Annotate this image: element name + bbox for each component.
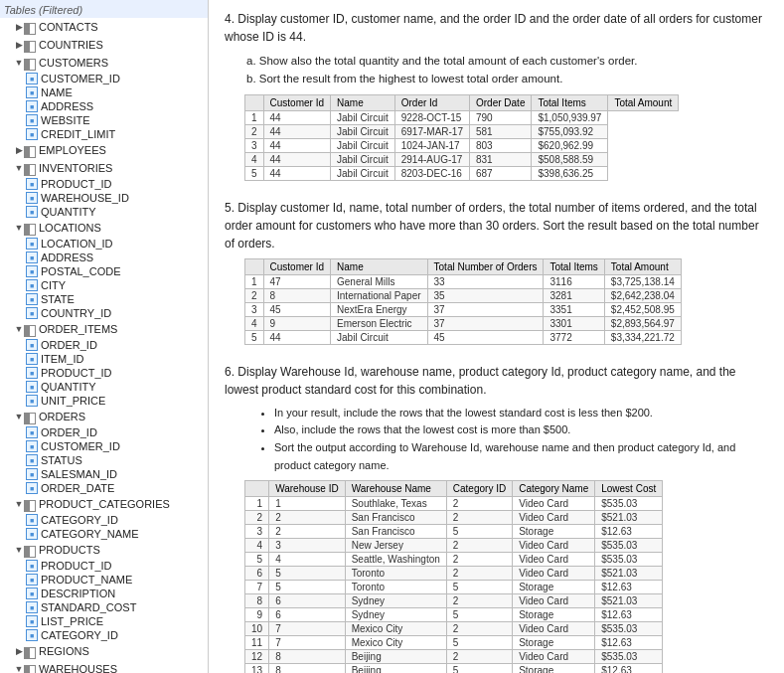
sidebar-label-product_name: PRODUCT_NAME [41,574,132,586]
sidebar-item-warehouses[interactable]: ▼ WAREHOUSES [0,660,208,673]
sidebar-item-locations[interactable]: ▼ LOCATIONS [0,219,208,237]
row-number: 4 [245,539,269,553]
sidebar-field-credit_limit[interactable]: ■ CREDIT_LIMIT [0,127,208,141]
q5-text: Display customer Id, name, total number … [225,201,759,251]
q4-col-rownum [245,94,264,110]
sidebar-label-location_id: LOCATION_ID [41,238,113,250]
row-number: 2 [245,124,264,138]
sidebar-field-product_name[interactable]: ■ PRODUCT_NAME [0,573,208,587]
sidebar-field-quantity[interactable]: ■ QUANTITY [0,205,208,219]
sidebar-label-inventories: INVENTORIES [39,162,112,174]
sidebar-field-product_id_inv[interactable]: ■ PRODUCT_ID [0,177,208,191]
field-icon: ■ [26,367,38,379]
expand-icon: ▼ [14,664,24,673]
row-number: 1 [245,110,264,124]
sidebar-item-countries[interactable]: ▶ COUNTRIES [0,36,208,54]
sidebar-label-category_id_p: CATEGORY_ID [41,629,118,641]
expand-icon: ▶ [14,22,24,32]
sidebar-item-regions[interactable]: ▶ REGIONS [0,642,208,660]
sidebar-field-category_name[interactable]: ■ CATEGORY_NAME [0,527,208,541]
sidebar-item-products[interactable]: ▼ PRODUCTS [0,541,208,559]
sidebar-field-state[interactable]: ■ STATE [0,292,208,306]
sidebar-label-category_name: CATEGORY_NAME [41,528,139,540]
sidebar-label-customer_id_o: CUSTOMER_ID [41,440,120,452]
sidebar-item-contacts[interactable]: ▶ CONTACTS [0,18,208,36]
field-icon: ■ [26,426,38,438]
row-number: 3 [245,525,269,539]
sidebar-field-location_id[interactable]: ■ LOCATION_ID [0,237,208,251]
sidebar-field-customer_id_o[interactable]: ■ CUSTOMER_ID [0,439,208,453]
sidebar-item-order_items[interactable]: ▼ ORDER_ITEMS [0,320,208,338]
sidebar-field-city[interactable]: ■ CITY [0,278,208,292]
sidebar-field-product_id_p[interactable]: ■ PRODUCT_ID [0,559,208,573]
sidebar-label-order_date: ORDER_DATE [41,482,114,494]
table-row: 345NextEra Energy373351$2,452,508.95 [245,302,682,316]
row-number: 8 [245,594,269,608]
sidebar-label-order_id_o: ORDER_ID [41,426,97,438]
q4-col-customerid: Customer Id [263,94,330,110]
sidebar-field-postal_code[interactable]: ■ POSTAL_CODE [0,264,208,278]
q4-header: 4. Display customer ID, customer name, a… [225,10,768,46]
sidebar-field-order_id_oi[interactable]: ■ ORDER_ID [0,338,208,352]
sidebar-field-customer_id[interactable]: ■ CUSTOMER_ID [0,72,208,85]
sidebar-item-product_categories[interactable]: ▼ PRODUCT_CATEGORIES [0,495,208,513]
sidebar-field-product_id_oi[interactable]: ■ PRODUCT_ID [0,366,208,380]
field-icon: ■ [26,454,38,466]
sidebar-label-locations: LOCATIONS [39,222,101,234]
sidebar-field-standard_cost[interactable]: ■ STANDARD_COST [0,600,208,614]
sidebar-item-customers[interactable]: ▼ CUSTOMERS [0,54,208,72]
sidebar-field-country_id[interactable]: ■ COUNTRY_ID [0,306,208,320]
sidebar-field-name[interactable]: ■ NAME [0,85,208,99]
table-row: 96Sydney5Storage$12.63 [245,608,663,622]
sidebar-field-order_date[interactable]: ■ ORDER_DATE [0,481,208,495]
sidebar-field-order_id_o[interactable]: ■ ORDER_ID [0,425,208,439]
sidebar-label-credit_limit: CREDIT_LIMIT [41,128,115,140]
q5-col-totalorders: Total Number of Orders [427,258,544,274]
sidebar-item-employees[interactable]: ▶ EMPLOYEES [0,141,208,159]
field-icon: ■ [26,100,38,112]
field-icon: ■ [26,560,38,572]
sidebar-label-product_id_inv: PRODUCT_ID [41,178,112,190]
sidebar-field-list_price[interactable]: ■ LIST_PRICE [0,614,208,628]
table-icon [24,496,36,512]
sidebar-field-quantity_oi[interactable]: ■ QUANTITY [0,380,208,394]
sidebar-label-unit_price: UNIT_PRICE [41,395,105,407]
table-row: 138Beijing5Storage$12.63 [245,664,663,673]
sidebar-field-category_id_p[interactable]: ■ CATEGORY_ID [0,628,208,642]
table-row: 544Jabil Circuit453772$3,334,221.72 [245,330,682,344]
sidebar-item-inventories[interactable]: ▼ INVENTORIES [0,159,208,177]
sidebar-field-address[interactable]: ■ ADDRESS [0,99,208,113]
field-icon: ■ [26,238,38,250]
field-icon: ■ [26,440,38,452]
sidebar-field-website[interactable]: ■ WEBSITE [0,113,208,127]
field-icon: ■ [26,353,38,365]
table-icon [24,160,36,176]
sidebar-field-address_loc[interactable]: ■ ADDRESS [0,251,208,264]
sidebar-label-customers: CUSTOMERS [39,57,108,69]
sidebar-field-status[interactable]: ■ STATUS [0,453,208,467]
sidebar-field-warehouse_id_inv[interactable]: ■ WAREHOUSE_ID [0,191,208,205]
table-row: 49Emerson Electric373301$2,893,564.97 [245,316,682,330]
sidebar-label-quantity_oi: QUANTITY [41,381,96,393]
sidebar-label-contacts: CONTACTS [39,21,98,33]
sidebar-field-salesman_id[interactable]: ■ SALESMAN_ID [0,467,208,481]
sidebar-label-product_id_oi: PRODUCT_ID [41,367,112,379]
q6-col-categoryid: Category ID [446,481,512,497]
sidebar-label-order_items: ORDER_ITEMS [39,323,117,335]
sidebar-field-description[interactable]: ■ DESCRIPTION [0,587,208,600]
field-icon: ■ [26,86,38,98]
field-icon: ■ [26,574,38,586]
sidebar-label-item_id: ITEM_ID [41,353,83,365]
table-row: 32San Francisco5Storage$12.63 [245,525,663,539]
q6-bullet-3: Sort the output according to Warehouse I… [274,439,768,474]
sidebar-field-unit_price[interactable]: ■ UNIT_PRICE [0,394,208,408]
q6-text: Display Warehouse Id, warehouse name, pr… [225,365,736,397]
field-icon: ■ [26,381,38,393]
row-number: 7 [245,581,269,594]
sidebar-item-orders[interactable]: ▼ ORDERS [0,408,208,425]
sidebar-field-category_id_pc[interactable]: ■ CATEGORY_ID [0,513,208,527]
sidebar-field-item_id[interactable]: ■ ITEM_ID [0,352,208,366]
sidebar-label-website: WEBSITE [41,114,90,126]
q5-number: 5. [225,201,235,215]
sidebar-label-address: ADDRESS [41,100,93,112]
